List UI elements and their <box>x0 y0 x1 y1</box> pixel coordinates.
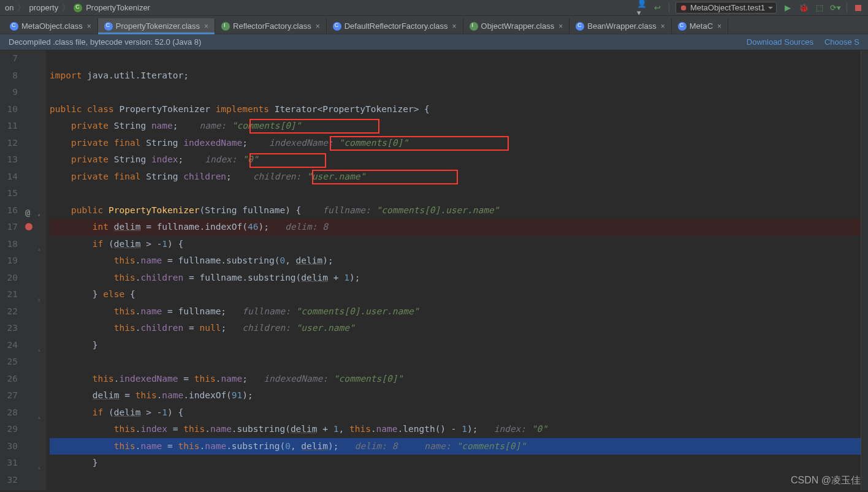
breadcrumb-item[interactable]: property <box>29 3 58 12</box>
close-icon[interactable]: × <box>204 22 208 31</box>
line-number[interactable]: 19 <box>0 252 18 270</box>
tab-label: ReflectorFactory.class <box>233 21 311 31</box>
code-line[interactable] <box>50 472 861 489</box>
line-number[interactable]: 20 <box>0 270 18 287</box>
line-number[interactable]: 11 <box>0 118 18 135</box>
run-config-selector[interactable]: ⏺MetaObjectTest.test1 <box>676 2 777 13</box>
editor-tab[interactable]: BeanWrapper.class× <box>569 18 672 34</box>
editor[interactable]: 7891011121314151617181920212223242526272… <box>0 50 868 490</box>
back-icon[interactable]: ↩ <box>653 3 663 13</box>
line-number[interactable]: 28 <box>0 404 18 422</box>
line-number[interactable]: 12 <box>0 135 18 152</box>
line-number[interactable]: 15 <box>0 185 18 202</box>
tab-label: BeanWrapper.class <box>587 21 657 31</box>
line-number[interactable]: 14 <box>0 168 18 186</box>
editor-tab[interactable]: MetaObject.class× <box>4 18 98 34</box>
line-number[interactable]: 32 <box>0 472 18 489</box>
code-line[interactable]: private String name; name: "comments[0]" <box>50 118 861 135</box>
editor-tab[interactable]: ObjectWrapper.class× <box>463 18 570 34</box>
code-line[interactable]: this.index = this.name.substring(delim +… <box>50 421 861 438</box>
debug-button[interactable]: 🐞 <box>799 3 809 13</box>
code-line[interactable]: this.name = fullname; fullname: "comment… <box>50 303 861 320</box>
breakpoint-icon[interactable] <box>25 223 32 230</box>
line-number[interactable]: 13 <box>0 151 18 168</box>
code-line[interactable]: if (delim > -1) { <box>50 236 861 253</box>
code-line[interactable] <box>50 84 861 101</box>
code-line[interactable]: this.children = null; children: "user.na… <box>50 320 861 337</box>
class-icon <box>333 22 341 31</box>
line-number[interactable]: 23 <box>0 320 18 337</box>
line-number[interactable]: 21 <box>0 286 18 303</box>
code-line[interactable]: this.name = fullname.substring(0, delim)… <box>50 252 861 270</box>
breadcrumb[interactable]: on 〉 property 〉 PropertyTokenizer <box>5 2 150 13</box>
line-number[interactable]: 7 <box>0 50 18 67</box>
code-line[interactable]: this.children = fullname.substring(delim… <box>50 270 861 287</box>
line-gutter[interactable]: 7891011121314151617181920212223242526272… <box>0 50 21 490</box>
editor-tab[interactable]: ReflectorFactory.class× <box>215 18 327 34</box>
interface-icon <box>470 22 478 31</box>
line-number[interactable]: 27 <box>0 387 18 404</box>
code-line[interactable] <box>50 50 861 67</box>
coverage-button[interactable]: ⬚ <box>815 3 824 13</box>
line-number[interactable]: 25 <box>0 354 18 371</box>
code-line[interactable]: this.name = this.name.substring(0, delim… <box>50 438 861 455</box>
close-icon[interactable]: × <box>316 22 320 31</box>
line-number[interactable]: 24 <box>0 337 18 354</box>
code-line[interactable]: } else { <box>50 286 861 303</box>
profile-button[interactable]: ⟳▾ <box>831 3 840 13</box>
close-icon[interactable]: × <box>558 22 563 31</box>
code-line[interactable]: private String index; index: "0" <box>50 151 861 168</box>
code-line[interactable] <box>50 185 861 202</box>
interface-icon <box>221 22 230 31</box>
code-line[interactable]: } <box>50 455 861 472</box>
code-line[interactable] <box>50 354 861 371</box>
line-number[interactable]: 9 <box>0 84 18 101</box>
line-number[interactable]: 22 <box>0 303 18 320</box>
choose-sources-link[interactable]: Choose S <box>824 37 859 47</box>
code-area[interactable]: import java.util.Iterator;public class P… <box>46 50 861 490</box>
line-number[interactable]: 30 <box>0 438 18 455</box>
line-number[interactable]: 17 <box>0 219 18 236</box>
code-line[interactable]: if (delim > -1) { <box>50 404 861 422</box>
code-line[interactable]: private final String indexedName; indexe… <box>50 135 861 152</box>
editor-tabs: MetaObject.class×PropertyTokenizer.class… <box>0 16 868 34</box>
decompiled-notice: Decompiled .class file, bytecode version… <box>0 34 868 50</box>
line-number[interactable]: 8 <box>0 67 18 85</box>
download-sources-link[interactable]: Download Sources <box>747 37 813 47</box>
line-number[interactable]: 18 <box>0 236 18 253</box>
override-icon[interactable]: @ <box>25 205 34 213</box>
code-line[interactable]: import java.util.Iterator; <box>50 67 861 85</box>
close-icon[interactable]: × <box>87 22 91 31</box>
breadcrumb-item[interactable]: on <box>5 3 13 12</box>
code-line[interactable]: delim = this.name.indexOf(91); <box>50 387 861 404</box>
separator <box>669 3 669 13</box>
breadcrumb-item[interactable]: PropertyTokenizer <box>86 3 150 12</box>
code-line[interactable]: private final String children; children:… <box>50 168 861 186</box>
tab-label: MetaObject.class <box>21 21 83 31</box>
close-icon[interactable]: × <box>661 22 665 31</box>
editor-tab[interactable]: DefaultReflectorFactory.class× <box>327 18 463 34</box>
chevron-right-icon: 〉 <box>17 2 25 13</box>
code-line[interactable]: public class PropertyTokenizer implement… <box>50 101 861 118</box>
line-number[interactable]: 31 <box>0 455 18 472</box>
line-number[interactable]: 26 <box>0 371 18 388</box>
tab-label: DefaultReflectorFactory.class <box>345 21 448 31</box>
user-icon[interactable]: 👤▾ <box>637 3 647 13</box>
line-number[interactable]: 29 <box>0 421 18 438</box>
line-number[interactable]: 16 <box>0 202 18 219</box>
tab-label: MetaC <box>690 21 713 31</box>
right-gutter[interactable] <box>861 50 868 490</box>
editor-tab[interactable]: MetaC× <box>672 18 728 34</box>
close-icon[interactable]: × <box>452 22 457 31</box>
close-icon[interactable]: × <box>717 22 721 31</box>
code-line[interactable]: int delim = fullname.indexOf(46); delim:… <box>50 219 861 236</box>
code-line[interactable]: this.indexedName = this.name; indexedNam… <box>50 371 861 388</box>
class-icon <box>74 4 82 12</box>
code-line[interactable]: } <box>50 337 861 354</box>
run-button[interactable]: ▶ <box>783 3 793 13</box>
editor-tab[interactable]: PropertyTokenizer.class× <box>98 18 215 34</box>
gutter-icons[interactable]: @▾▵▵▵▵▵ <box>21 50 46 490</box>
line-number[interactable]: 10 <box>0 101 18 118</box>
code-line[interactable]: public PropertyTokenizer(String fullname… <box>50 202 861 219</box>
stop-button[interactable] <box>853 3 863 13</box>
